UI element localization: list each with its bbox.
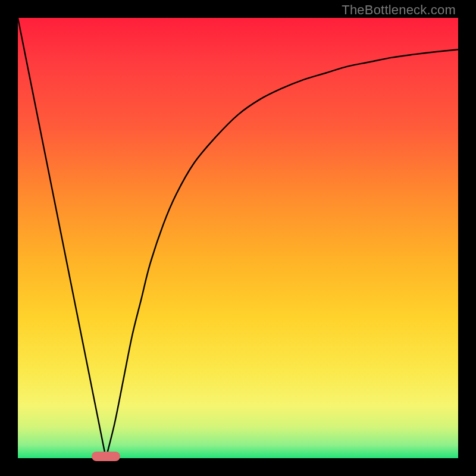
minimum-marker — [92, 452, 120, 461]
bottleneck-curve — [18, 18, 458, 458]
curve-path — [18, 18, 458, 458]
plot-area — [18, 18, 458, 458]
chart-frame: TheBottleneck.com — [0, 0, 476, 476]
watermark-label: TheBottleneck.com — [342, 2, 456, 18]
